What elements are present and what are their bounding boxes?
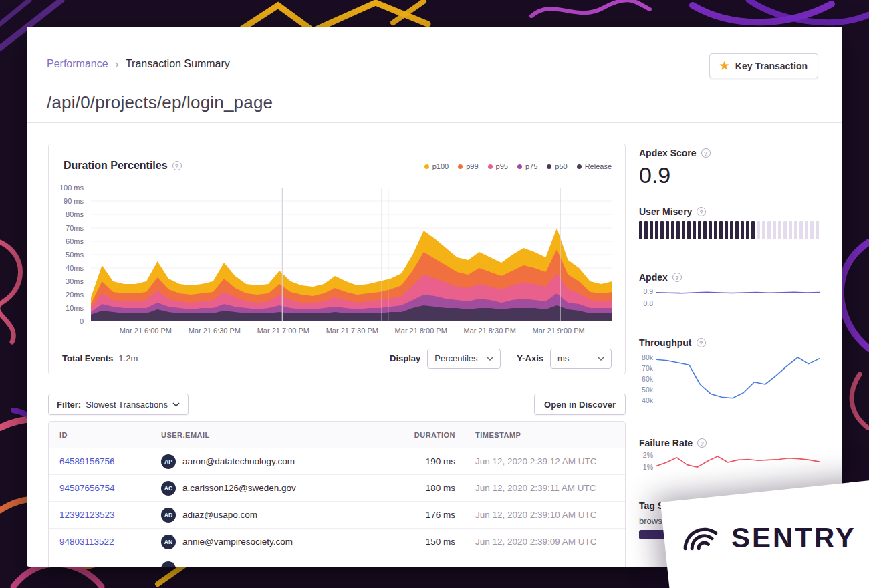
apdex-chart-svg (656, 285, 820, 309)
page-header: Performance › Transaction Summary ★ Key … (27, 27, 842, 123)
duration-percentiles-panel: Duration Percentiles ? p100p99p95p75p50R… (48, 144, 626, 374)
user-email: aaron@datatechnology.com (182, 456, 295, 466)
legend-item-p100[interactable]: p100 (424, 162, 449, 170)
throughput-chart: 80k70k60k50k40k (639, 352, 820, 406)
yaxis-select[interactable]: ms (550, 349, 612, 369)
event-id-link[interactable]: 64589156756 (59, 456, 115, 466)
apdex-chart-labels: 0.90.8 (639, 285, 656, 309)
help-icon[interactable]: ? (697, 338, 706, 347)
duration-panel-title-text: Duration Percentiles (64, 160, 168, 172)
display-select-value: Percentiles (434, 353, 477, 363)
duration-y-labels: 100 ms90 ms80ms70ms60ms50ms40ms30ms20ms1… (49, 188, 86, 321)
failure-rate-chart-svg (656, 450, 820, 474)
key-transaction-button[interactable]: ★ Key Transaction (709, 53, 819, 78)
filter-label: Filter: (57, 400, 81, 410)
user-email: a.carlsson126@sweden.gov (182, 483, 296, 493)
help-icon[interactable]: ? (672, 273, 682, 282)
total-events: Total Events 1.2m (62, 353, 138, 363)
yaxis-label: Y-Axis (517, 353, 543, 363)
legend-item-p95[interactable]: p95 (488, 162, 508, 170)
user-misery-label: User Misery (639, 206, 692, 217)
timestamp-cell: Jun 12, 2020 2:39:12 AM UTC (455, 456, 614, 466)
help-icon[interactable]: ? (697, 207, 706, 216)
open-in-discover-button[interactable]: Open in Discover (534, 394, 626, 415)
duration-chart[interactable] (91, 188, 612, 321)
display-label: Display (390, 353, 420, 363)
throughput-heading: Throughput ? (639, 337, 706, 348)
duration-chart-svg (91, 188, 612, 321)
user-misery-heading: User Misery ? (639, 206, 706, 217)
duration-cell: 176 ms (376, 510, 455, 520)
chevron-right-icon: › (115, 57, 119, 70)
filter-button[interactable]: Filter: Slowest Transactions (48, 394, 189, 415)
duration-cell: 180 ms (376, 483, 455, 493)
display-select[interactable]: Percentiles (427, 349, 501, 369)
help-icon[interactable]: ? (701, 148, 711, 158)
throughput-chart-svg (656, 352, 820, 406)
key-transaction-label: Key Transaction (735, 61, 808, 71)
duration-panel-title: Duration Percentiles ? (64, 160, 182, 172)
duration-x-labels: Mar 21 6:00 PMMar 21 6:30 PMMar 21 7:00 … (91, 327, 612, 337)
legend-item-p99[interactable]: p99 (458, 162, 478, 170)
timestamp-cell: Jun 12, 2020 2:39:11 AM UTC (455, 483, 614, 493)
column-user-email: USER.EMAIL (161, 431, 376, 439)
failure-rate-chart: 2%1% (639, 450, 820, 474)
transaction-summary-card: Performance › Transaction Summary ★ Key … (27, 27, 842, 567)
failure-rate-heading: Failure Rate ? (639, 438, 707, 448)
user-avatar: AN (161, 535, 176, 549)
failure-rate-chart-labels: 2%1% (639, 450, 656, 474)
sentry-wordmark: SENTRY (731, 524, 856, 552)
filter-value: Slowest Transactions (86, 400, 168, 410)
chevron-down-icon (598, 357, 604, 361)
apdex-score-heading: Apdex Score ? (639, 148, 711, 158)
legend-item-p75[interactable]: p75 (517, 162, 537, 170)
user-misery-bar (639, 221, 820, 239)
apdex-chart: 0.90.8 (639, 285, 820, 309)
table-row: 64589156756APaaron@datatechnology.com190… (49, 448, 625, 475)
legend-item-release[interactable]: Release (577, 162, 612, 170)
apdex-label: Apdex (639, 272, 668, 283)
chart-panel-footer: Total Events 1.2m Display Percentiles Y-… (49, 343, 625, 374)
user-avatar: AD (161, 508, 176, 523)
column-timestamp: TIMESTAMP (455, 431, 614, 439)
table-row: 94587656754ACa.carlsson126@sweden.gov180… (49, 475, 625, 502)
duration-cell: 190 ms (376, 456, 455, 466)
table-body: 64589156756APaaron@datatechnology.com190… (49, 448, 625, 567)
user-avatar: AC (161, 481, 176, 496)
chart-legend: p100p99p95p75p50Release (415, 162, 612, 170)
sentry-logo: SENTRY (680, 521, 856, 555)
table-header: ID USER.EMAIL DURATION TIMESTAMP (49, 422, 625, 448)
timestamp-cell: Jun 12, 2020 2:39:10 AM UTC (455, 510, 614, 520)
table-row: 12392123523ADadiaz@usapo.com176 msJun 12… (49, 502, 625, 529)
total-events-value: 1.2m (118, 353, 138, 363)
table-toolbar: Filter: Slowest Transactions Open in Dis… (48, 394, 626, 415)
help-icon[interactable]: ? (697, 438, 707, 448)
chevron-down-icon (487, 357, 493, 361)
apdex-score-label: Apdex Score (639, 148, 697, 158)
total-events-label: Total Events (62, 353, 113, 363)
star-icon: ★ (720, 59, 729, 72)
breadcrumb-performance-link[interactable]: Performance (47, 58, 108, 70)
event-id-link[interactable]: 12392123523 (59, 510, 115, 520)
timestamp-cell: Jun 12, 2020 2:39:09 AM UTC (455, 537, 614, 547)
table-row-partial (49, 555, 625, 567)
legend-item-p50[interactable]: p50 (547, 162, 567, 170)
user-email: adiaz@usapo.com (182, 510, 257, 520)
page-title: /api/0/projects/ep/login_page (47, 92, 273, 113)
table-row: 94803113522ANannie@vampiresociety.com150… (49, 529, 625, 555)
event-id-link[interactable]: 94803113522 (59, 537, 114, 547)
breadcrumb: Performance › Transaction Summary (47, 57, 230, 70)
throughput-label: Throughput (639, 337, 692, 348)
help-icon[interactable]: ? (172, 161, 182, 170)
throughput-chart-labels: 80k70k60k50k40k (639, 352, 656, 406)
column-duration: DURATION (376, 431, 455, 439)
event-id-link[interactable]: 94587656754 (59, 483, 115, 493)
open-in-discover-label: Open in Discover (544, 400, 616, 410)
sentry-logo-icon (680, 521, 721, 555)
duration-cell: 150 ms (376, 537, 455, 547)
user-email: annie@vampiresociety.com (182, 537, 293, 547)
failure-rate-label: Failure Rate (639, 438, 693, 448)
column-id: ID (59, 431, 161, 439)
chevron-down-icon (172, 402, 180, 407)
user-avatar (161, 561, 176, 567)
